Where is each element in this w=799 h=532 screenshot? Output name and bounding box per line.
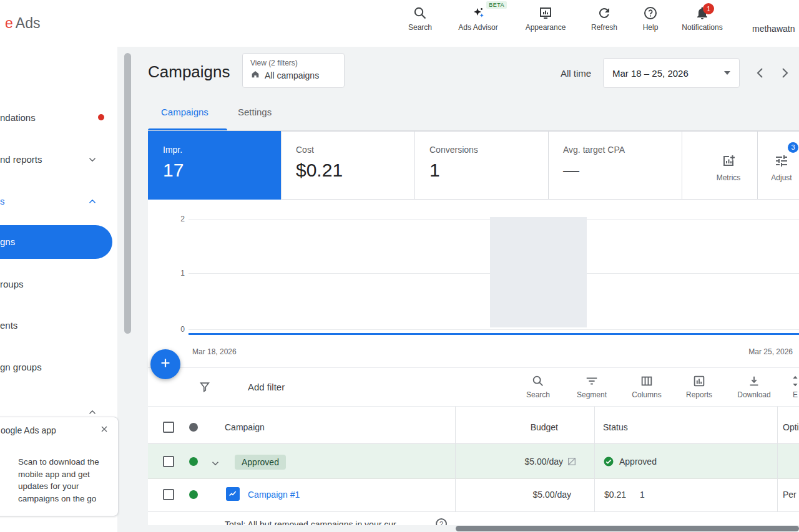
- account-name[interactable]: methawatn: [752, 24, 795, 34]
- promo-body-text: Scan to download the mobile app and get …: [18, 456, 113, 505]
- scorecard-value: 17: [163, 160, 184, 181]
- sidebar-item-campaigns-active[interactable]: gns: [0, 225, 112, 259]
- search-icon: [511, 373, 565, 388]
- chevron-down-icon[interactable]: [87, 154, 98, 165]
- column-header-optimization[interactable]: Opti: [783, 422, 799, 432]
- time-range-label: All time: [561, 68, 591, 79]
- columns-button[interactable]: Columns: [620, 373, 674, 399]
- beta-badge: BETA: [486, 1, 507, 9]
- mobile-app-promo-card: oogle Ads app Scan to download the mobil…: [0, 417, 119, 516]
- x-axis-start-label: Mar 18, 2026: [192, 347, 237, 356]
- scorecard-label: Cost: [296, 145, 314, 155]
- table-header-border: [148, 443, 799, 444]
- google-ads-logo: eAds: [5, 15, 40, 32]
- notifications-count-badge: 1: [703, 3, 714, 14]
- table-search-button[interactable]: Search: [511, 373, 565, 399]
- enabled-status-dot: [189, 457, 198, 466]
- promo-title: oogle Ads app: [1, 425, 56, 435]
- expand-button[interactable]: E: [768, 373, 799, 399]
- segment-button[interactable]: Segment: [565, 373, 619, 399]
- filter-icon[interactable]: [199, 380, 211, 395]
- scorecard-value: —: [563, 161, 579, 180]
- page-title: Campaigns: [148, 62, 230, 82]
- row-checkbox[interactable]: [163, 489, 174, 500]
- campaign-optimization-cell: Per: [783, 490, 797, 500]
- scorecard-divider: [548, 131, 549, 200]
- previous-period-button[interactable]: [753, 65, 768, 80]
- campaign-conversions-cell: 1: [640, 490, 645, 500]
- chevron-down-icon: [724, 71, 730, 75]
- metrics-button[interactable]: Metrics: [700, 153, 757, 182]
- search-button[interactable]: Search: [390, 5, 450, 32]
- campaign-chart-icon: [226, 487, 240, 501]
- scorecard-value: $0.21: [296, 160, 343, 181]
- status-dot-column-header[interactable]: [189, 423, 198, 432]
- search-icon: [390, 5, 450, 21]
- appearance-button[interactable]: Appearance: [516, 5, 576, 32]
- date-range-value: Mar 18 – 25, 2026: [612, 68, 689, 79]
- row-divider: [148, 511, 799, 512]
- plus-icon: [159, 356, 172, 372]
- summary-status-cell: Approved: [603, 456, 657, 467]
- row-checkbox[interactable]: [163, 456, 174, 467]
- left-navigation: ndations nd reports s gns roups ents gn …: [0, 47, 117, 532]
- google-ads-app: eAds Search BETA Ads Advisor Appearance: [0, 0, 799, 532]
- select-all-checkbox[interactable]: [163, 422, 174, 433]
- date-range-picker[interactable]: Mar 18 – 25, 2026: [603, 58, 740, 88]
- sidebar-item-campaign-groups[interactable]: gn groups: [0, 362, 42, 372]
- row-expander-chevron-icon[interactable]: [210, 458, 221, 472]
- y-axis-tick: 2: [169, 215, 185, 223]
- ads-advisor-button[interactable]: BETA Ads Advisor: [448, 5, 508, 32]
- columns-icon: [620, 373, 674, 388]
- table-top-border: [148, 406, 799, 407]
- expand-icon: [768, 373, 799, 388]
- horizontal-scrollbar-thumb[interactable]: [456, 526, 799, 531]
- active-tab-indicator: [148, 128, 227, 130]
- sidebar-section-campaigns[interactable]: s: [0, 196, 5, 206]
- notifications-bell-icon: [672, 5, 732, 21]
- adjust-button[interactable]: Adjust: [753, 153, 799, 182]
- sidebar-item-insights-reports[interactable]: nd reports: [0, 154, 42, 165]
- campaign-budget-cell[interactable]: $5.00/day: [455, 490, 594, 500]
- sidebar-scrollbar[interactable]: [124, 53, 131, 334]
- row-divider: [148, 478, 799, 479]
- column-header-budget[interactable]: Budget: [455, 422, 594, 432]
- help-button[interactable]: Help: [620, 5, 680, 32]
- sidebar-item-assets[interactable]: ents: [0, 320, 17, 331]
- summary-budget-cell[interactable]: $5.00/day: [455, 457, 594, 467]
- campaign-cost-cell: $0.21: [604, 490, 626, 500]
- sidebar-item-ad-groups[interactable]: roups: [0, 279, 24, 289]
- segment-icon: [565, 373, 619, 388]
- scorecard-divider: [414, 131, 415, 200]
- logo-letter: e: [5, 15, 13, 31]
- approved-chip[interactable]: Approved: [235, 455, 286, 470]
- crossed-chart-icon: [567, 457, 577, 467]
- tab-campaigns[interactable]: Campaigns: [161, 107, 208, 117]
- add-filter-button[interactable]: Add filter: [248, 382, 285, 392]
- scorecard-label: Avg. target CPA: [563, 145, 625, 155]
- notifications-button[interactable]: 1 Notifications: [672, 5, 732, 32]
- y-axis-tick: 0: [169, 325, 185, 334]
- chart-gridline: [189, 329, 799, 330]
- column-header-campaign[interactable]: Campaign: [225, 422, 265, 432]
- column-divider: [594, 407, 595, 511]
- column-divider: [777, 407, 778, 511]
- column-header-status[interactable]: Status: [603, 422, 628, 432]
- close-icon[interactable]: [99, 424, 110, 435]
- tab-settings[interactable]: Settings: [238, 107, 272, 117]
- metrics-icon: [721, 160, 736, 170]
- sidebar-item-recommendations[interactable]: ndations: [0, 112, 36, 123]
- check-circle-icon: [603, 456, 614, 467]
- scorecard-value: 1: [429, 160, 440, 181]
- help-icon: [620, 5, 680, 21]
- view-filter-selector[interactable]: View (2 filters) All campaigns: [242, 53, 345, 88]
- campaign-name-link[interactable]: Campaign #1: [248, 490, 300, 500]
- reports-button[interactable]: Reports: [672, 373, 726, 399]
- scorecard-divider: [281, 131, 282, 200]
- view-filters-label: View (2 filters): [250, 59, 336, 67]
- reports-icon: [672, 373, 726, 388]
- next-period-button[interactable]: [777, 65, 792, 80]
- chevron-up-icon[interactable]: [87, 196, 98, 207]
- new-campaign-fab[interactable]: [150, 349, 180, 379]
- chart-highlight-band: [490, 217, 587, 327]
